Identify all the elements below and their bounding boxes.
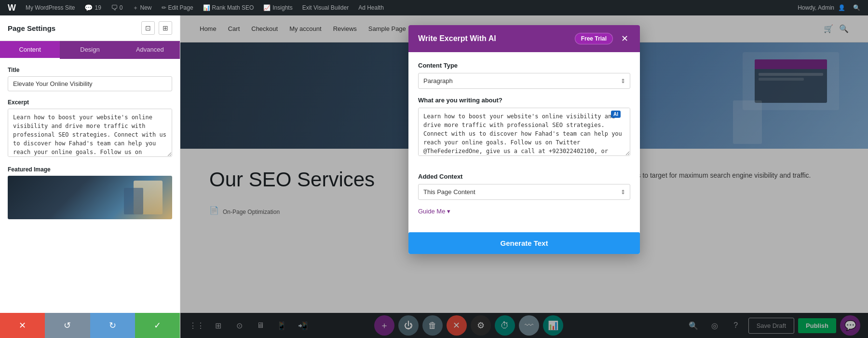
wp-icon: W [8,3,16,13]
excerpt-field-group: Excerpt Learn how to boost your website'… [8,99,172,158]
chevron-down-icon: ▾ [447,208,450,215]
content-type-group: Content Type Paragraph Bullet Points Num… [418,62,630,89]
comments-link[interactable]: 💬 19 [81,0,105,15]
modal-close-button[interactable]: ✕ [619,33,630,44]
insights-link[interactable]: 📈 Insights [259,0,296,15]
edit-page-link[interactable]: ✏ Edit Page [158,0,197,15]
rank-math-icon: 📊 [203,4,210,11]
admin-bar: W My WordPress Site 💬 19 🗨 0 ＋ New ✏ Edi… [0,0,868,15]
page-wrapper: Page Settings ⊡ ⊞ Content Design Advance… [0,15,868,338]
settings-content: Title Excerpt Learn how to boost your we… [0,59,180,313]
settings-tabs: Content Design Advanced [0,41,180,59]
added-context-select[interactable]: This Page Content [418,184,630,200]
user-avatar-icon: 👤 [838,4,845,11]
cancel-button[interactable]: ✕ [0,313,45,338]
comment-count[interactable]: 🗨 0 [107,0,127,15]
new-post[interactable]: ＋ New [129,0,156,15]
generate-text-button[interactable]: Generate Text [408,232,640,254]
page-settings-panel: Page Settings ⊡ ⊞ Content Design Advance… [0,15,180,338]
modal-title: Write Excerpt With AI [418,34,496,43]
tab-content[interactable]: Content [0,41,60,59]
site-name[interactable]: My WordPress Site [22,0,79,15]
writing-about-label: What are you writing about? [418,97,630,104]
content-type-select-wrapper: Paragraph Bullet Points Numbered List [418,73,630,89]
writing-about-textarea[interactable]: Learn how to boost your website's online… [418,108,630,156]
wp-logo[interactable]: W [4,0,20,15]
redo-icon: ↻ [109,320,116,331]
plus-icon: ＋ [133,4,138,12]
modal-overlay: Write Excerpt With AI Free Trial ✕ Conte [180,15,868,338]
featured-image-label: Featured Image [8,166,172,173]
comments-icon: 💬 [84,4,93,12]
settings-header-icons: ⊡ ⊞ [141,21,172,35]
modal-body: Content Type Paragraph Bullet Points Num… [408,52,640,232]
free-trial-badge: Free Trial [575,33,613,44]
undo-icon: ↺ [64,320,71,331]
bar-chart-icon: 📈 [263,4,271,11]
speech-icon: 🗨 [111,4,118,12]
featured-image-field-group: Featured Image [8,166,172,219]
modal-header: Write Excerpt With AI Free Trial ✕ [408,25,640,52]
excerpt-label: Excerpt [8,99,172,106]
site-canvas: Home Cart Checkout My account Reviews Sa… [180,15,868,338]
confirm-icon: ✓ [154,320,161,331]
writing-about-group: What are you writing about? Learn how to… [418,97,630,165]
undo-button[interactable]: ↺ [45,313,90,338]
added-context-label: Added Context [418,173,630,180]
write-excerpt-modal: Write Excerpt With AI Free Trial ✕ Conte [408,25,640,254]
featured-image-preview[interactable] [8,176,172,219]
settings-header: Page Settings ⊡ ⊞ [0,15,180,41]
title-field-group: Title [8,67,172,91]
modal-header-right: Free Trial ✕ [575,33,630,44]
rank-math-link[interactable]: 📊 Rank Math SEO [199,0,258,15]
redo-button[interactable]: ↻ [90,313,135,338]
content-type-select[interactable]: Paragraph Bullet Points Numbered List [418,73,630,89]
panel-icon-1[interactable]: ⊡ [141,21,155,35]
main-content: Home Cart Checkout My account Reviews Sa… [180,15,868,338]
settings-title: Page Settings [8,24,55,32]
ai-badge: AI [611,111,621,118]
edit-icon: ✏ [162,4,166,11]
title-label: Title [8,67,172,73]
writing-textarea-wrapper: Learn how to boost your website's online… [418,108,630,165]
exit-builder-link[interactable]: Exit Visual Builder [298,0,353,15]
ad-health-link[interactable]: Ad Health [354,0,388,15]
search-icon: 🔍 [853,4,860,11]
settings-actions: ✕ ↺ ↻ ✓ [0,313,180,338]
howdy-user[interactable]: Howdy, Admin 👤 [794,0,849,15]
close-icon: ✕ [621,33,628,44]
excerpt-textarea[interactable]: Learn how to boost your website's online… [8,109,172,157]
admin-bar-right: Howdy, Admin 👤 🔍 [794,0,864,15]
search-icon-btn[interactable]: 🔍 [849,0,864,15]
confirm-button[interactable]: ✓ [135,313,180,338]
panel-icon-2[interactable]: ⊞ [159,21,172,35]
cancel-icon: ✕ [19,320,26,331]
guide-me-link[interactable]: Guide Me ▾ [418,208,630,215]
tab-advanced[interactable]: Advanced [120,41,180,59]
content-type-label: Content Type [418,62,630,69]
tab-design[interactable]: Design [60,41,120,59]
title-input[interactable] [8,76,172,91]
added-context-select-wrapper: This Page Content [418,184,630,200]
added-context-group: Added Context This Page Content [418,173,630,200]
